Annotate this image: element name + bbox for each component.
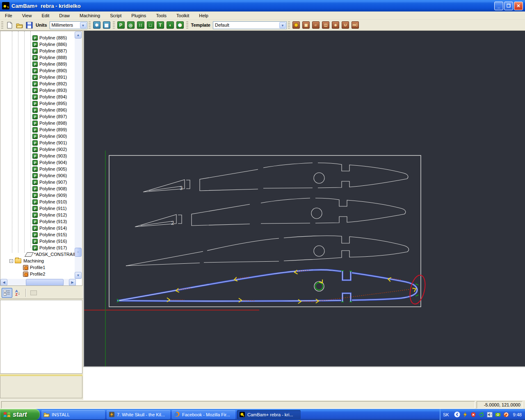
tree-item-polyline[interactable]: P Polyline (903): [0, 153, 75, 159]
scroll-left-icon[interactable]: ◀: [0, 279, 7, 286]
menu-item[interactable]: Tools: [151, 12, 171, 19]
start-button[interactable]: start: [0, 409, 40, 420]
tree-item-polyline[interactable]: P Polyline (894): [0, 94, 75, 100]
tree-item-polyline[interactable]: P Polyline (891): [0, 74, 75, 80]
tree-item-polyline[interactable]: P Polyline (896): [0, 107, 75, 113]
tree-item-machining[interactable]: − Machining: [0, 258, 75, 264]
tree-item-polyline[interactable]: P Polyline (912): [0, 212, 75, 218]
mach-pocket-button[interactable]: ▣: [301, 21, 311, 30]
menu-item[interactable]: Script: [105, 12, 126, 19]
polyline-icon: P: [32, 219, 38, 224]
template-combo[interactable]: Default ▼: [213, 21, 287, 29]
sort-az-button[interactable]: AZ ↓: [12, 288, 23, 298]
heightmap-icon: HC: [352, 21, 359, 29]
restore-button[interactable]: ❐: [504, 2, 513, 10]
menu-item[interactable]: Toolkit: [171, 12, 194, 19]
mach-lathe-button[interactable]: ⎈: [331, 21, 340, 30]
tree-item-polyline[interactable]: P Polyline (906): [0, 172, 75, 179]
scroll-up-icon[interactable]: ▲: [75, 32, 82, 39]
tree-item-polyline[interactable]: P Polyline (902): [0, 146, 75, 153]
draw-surface-button[interactable]: ⬢: [175, 21, 185, 30]
tree-view-toggle-button[interactable]: [2, 288, 12, 298]
update-icon[interactable]: [503, 411, 510, 418]
tree-item-polyline[interactable]: P Polyline (911): [0, 205, 75, 212]
tree-item-polyline[interactable]: P Polyline (909): [0, 192, 75, 199]
tree-item-polyline[interactable]: P Polyline (888): [0, 54, 75, 61]
sync-icon[interactable]: [478, 411, 485, 418]
collapse-icon[interactable]: −: [9, 259, 13, 263]
tree-item-polyline[interactable]: P Polyline (901): [0, 139, 75, 146]
tree-item-polyline[interactable]: P Polyline (913): [0, 218, 75, 225]
draw-rectangle-button[interactable]: □: [146, 21, 155, 30]
tree-item-polyline[interactable]: P Polyline (886): [0, 41, 75, 48]
draw-arc-button[interactable]: ◖: [165, 21, 175, 30]
menu-item[interactable]: Plugins: [126, 12, 151, 19]
tray-clock[interactable]: 9:48: [513, 412, 522, 417]
menu-item[interactable]: Draw: [54, 12, 75, 19]
tree-item-profile2[interactable]: Profile2: [0, 271, 75, 277]
minimize-button[interactable]: _: [494, 2, 503, 10]
draw-points-button[interactable]: ∷: [136, 21, 146, 30]
windows-logo-icon: [3, 411, 11, 418]
tree-item-polyline[interactable]: P Polyline (905): [0, 166, 75, 172]
task-button-cambam[interactable]: CamBam+ rebra - kri...: [237, 410, 301, 419]
mach-heightmap-button[interactable]: HC: [350, 21, 360, 30]
mach-drill-button[interactable]: [291, 21, 301, 30]
tree-horizontal-scrollbar[interactable]: ◀ ▶: [0, 279, 76, 286]
open-file-button[interactable]: [14, 21, 24, 30]
tree-item-polyline[interactable]: P Polyline (887): [0, 48, 75, 54]
tree-vertical-scrollbar[interactable]: ▲ ≡ ▼: [75, 32, 82, 279]
task-button-firefox[interactable]: Facebook - Mozilla Fir...: [172, 410, 235, 419]
scrollbar-thumb[interactable]: [26, 279, 64, 286]
language-indicator[interactable]: SK: [443, 412, 449, 417]
winamp-agent-icon[interactable]: [462, 411, 469, 418]
menu-item[interactable]: Machining: [75, 12, 105, 19]
task-button-install[interactable]: INSTALL: [41, 410, 105, 419]
tree-item-polyline[interactable]: P Polyline (904): [0, 159, 75, 166]
draw-text-button[interactable]: T: [155, 21, 165, 30]
menu-item[interactable]: Help: [194, 12, 213, 19]
tree-item-polyline[interactable]: P Polyline (899): [0, 126, 75, 133]
new-file-button[interactable]: [5, 21, 14, 30]
tree-item-polyline[interactable]: P Polyline (885): [0, 34, 75, 41]
tree-item-polyline[interactable]: P Polyline (898): [0, 120, 75, 126]
tree-item-layer[interactable]: *ADSK_CONSTRAIN: [0, 251, 75, 258]
units-combo[interactable]: Millimeters ▼: [50, 21, 87, 29]
menu-item[interactable]: View: [17, 12, 37, 19]
scrollbar-thumb[interactable]: ≡: [75, 248, 82, 257]
axis-snap-button[interactable]: ✱: [92, 21, 102, 30]
volume-icon[interactable]: [486, 411, 493, 418]
tree-item-polyline[interactable]: P Polyline (892): [0, 80, 75, 87]
tree-item-polyline[interactable]: P Polyline (895): [0, 100, 75, 107]
draw-circle-button[interactable]: ◎: [126, 21, 136, 30]
tree-item-polyline[interactable]: P Polyline (907): [0, 179, 75, 185]
task-button-whiteskull[interactable]: 7. White Skull - the Kil...: [107, 410, 170, 419]
mach-vengrave-button[interactable]: U: [340, 21, 350, 30]
scroll-right-icon[interactable]: ▶: [69, 279, 76, 286]
menu-item[interactable]: Edit: [37, 12, 54, 19]
drawing-canvas[interactable]: 3 2: [83, 31, 525, 367]
scroll-down-icon[interactable]: ▼: [75, 272, 82, 279]
close-button[interactable]: ✕: [514, 2, 523, 10]
mach-engrave-button[interactable]: ℮: [311, 21, 321, 30]
security-alert-icon[interactable]: [470, 411, 477, 418]
tree-item-polyline[interactable]: P Polyline (910): [0, 199, 75, 205]
tree-item-polyline[interactable]: P Polyline (890): [0, 67, 75, 74]
tree-item-polyline[interactable]: P Polyline (900): [0, 133, 75, 139]
tree-item-polyline[interactable]: P Polyline (889): [0, 61, 75, 67]
grid-button[interactable]: ▦: [102, 21, 112, 30]
tree-item-polyline[interactable]: P Polyline (908): [0, 185, 75, 192]
draw-polyline-button[interactable]: P: [116, 21, 126, 30]
nvidia-icon[interactable]: [495, 411, 502, 418]
tree-item-polyline[interactable]: P Polyline (893): [0, 87, 75, 94]
mach-3dprofile-button[interactable]: ◫: [321, 21, 331, 30]
tree-item-profile1[interactable]: Profile1: [0, 264, 75, 271]
tree-item-polyline[interactable]: P Polyline (897): [0, 113, 75, 120]
hide-icons-chevron[interactable]: [454, 411, 461, 418]
tree-item-polyline[interactable]: P Polyline (916): [0, 238, 75, 244]
tree-item-polyline[interactable]: P Polyline (915): [0, 231, 75, 238]
tree-item-polyline[interactable]: P Polyline (914): [0, 225, 75, 231]
save-file-button[interactable]: [24, 21, 34, 30]
tree-item-polyline[interactable]: P Polyline (917): [0, 244, 75, 251]
menu-item[interactable]: File: [0, 12, 17, 19]
